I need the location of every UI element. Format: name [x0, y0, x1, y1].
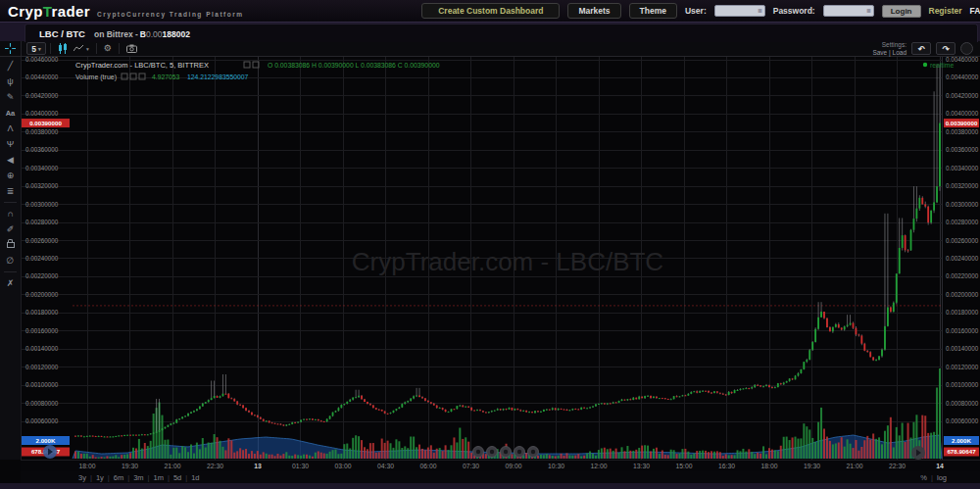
realtime-indicator: realtime [923, 62, 955, 69]
crosshair-tool[interactable] [0, 41, 22, 56]
scroll-to-realtime-button[interactable] [911, 446, 925, 460]
time-tick-label: 14 [936, 463, 944, 469]
scale-%[interactable]: % [916, 473, 931, 482]
range-5d[interactable]: 5d [170, 473, 185, 482]
volume-settings-icon[interactable] [122, 73, 127, 79]
magnet-tool[interactable]: ∩ [3, 207, 18, 220]
legend-settings-icon[interactable] [244, 62, 250, 68]
scale-selector: %|log [916, 473, 951, 482]
settings-save-load[interactable]: Save | Load [872, 49, 906, 56]
lock-all-tool[interactable] [3, 238, 18, 252]
price-chart[interactable]: CrypTrader.com - LBC/BTC0.004600000.0046… [21, 56, 980, 460]
svg-text:0.00260000: 0.00260000 [25, 237, 59, 244]
prediction-tool[interactable]: Ψ [3, 137, 18, 151]
range-1d[interactable]: 1d [187, 473, 203, 482]
indicator-settings-button[interactable]: ⚙ [101, 43, 115, 55]
measure-tool[interactable]: ✐ [3, 222, 18, 236]
svg-text:0.00340000: 0.00340000 [946, 165, 979, 171]
svg-text:0.00080000: 0.00080000 [25, 400, 59, 407]
time-tick-label: 13 [254, 463, 262, 469]
scale-log[interactable]: log [933, 473, 951, 482]
trend-line-tool[interactable]: ╱ [3, 59, 18, 73]
user-input[interactable]: ≣ [714, 5, 765, 17]
time-tick-label: 12:00 [590, 463, 607, 469]
range-1y[interactable]: 1y [92, 473, 108, 482]
range-6m[interactable]: 6m [110, 473, 127, 482]
time-tick-label: 21:00 [164, 463, 180, 469]
chart-footer: 3y|1y|6m|3m|1m|5d|1d %|log [21, 471, 980, 483]
interval-select[interactable]: 5 ▾ [26, 42, 46, 55]
chevron-down-icon: ▾ [86, 46, 89, 52]
logo-candle-t: T [43, 3, 52, 20]
password-label: Password: [773, 6, 815, 16]
markets-button[interactable]: Markets [567, 3, 620, 19]
svg-text:0.00360000: 0.00360000 [946, 146, 979, 153]
svg-text:0.00080000: 0.00080000 [946, 400, 979, 407]
password-input[interactable]: ≣ [823, 5, 874, 17]
time-tick-label: 22:30 [889, 463, 906, 469]
arrow-marker-tool[interactable]: ◀ [3, 153, 18, 167]
hide-all-tool[interactable]: ∅ [3, 254, 18, 268]
svg-text:678.90647: 678.90647 [947, 448, 976, 455]
user-label: User: [685, 6, 707, 16]
svg-text:0.00420000: 0.00420000 [25, 92, 59, 99]
svg-text:0.00140000: 0.00140000 [25, 345, 59, 352]
axis-badges: 0.003900000.003900002.000K2.000K678.9064… [22, 119, 979, 456]
chart-watermark: CrypTrader.com - LBC/BTC [352, 247, 663, 276]
svg-text:0.00240000: 0.00240000 [25, 255, 59, 262]
range-1m[interactable]: 1m [150, 473, 168, 482]
svg-text:0.00220000: 0.00220000 [25, 272, 59, 279]
login-button[interactable]: Login [882, 5, 921, 18]
svg-text:0.00180000: 0.00180000 [946, 309, 979, 316]
input-grip-icon: ≣ [866, 8, 871, 14]
create-custom-dashboard-button[interactable]: Create Custom Dashboard [421, 3, 560, 19]
tab-pair-label: LBC / BTC [39, 28, 85, 39]
chevron-down-icon: ▾ [38, 46, 41, 52]
volume-close-icon[interactable] [139, 73, 145, 79]
cryptrader-app: CrypTrader CryptoCurrency Trading Platfo… [0, 0, 980, 489]
header-actions: Create Custom Dashboard Markets Theme Us… [421, 3, 980, 19]
redo-button[interactable]: ↷ [936, 42, 956, 55]
svg-text:124.2122983550007: 124.2122983550007 [187, 73, 249, 80]
toolbar-divider [119, 43, 120, 54]
register-link[interactable]: Register [929, 6, 962, 16]
zoom-in-tool[interactable]: ⊕ [3, 169, 18, 182]
volume-eye-icon[interactable] [130, 73, 136, 79]
chart-panel: 5 ▾ ▾ ⚙ [0, 41, 980, 483]
faq-link[interactable]: FAQ [970, 6, 980, 16]
svg-text:0.00240000: 0.00240000 [946, 255, 979, 262]
left-scroll-button[interactable] [43, 445, 57, 459]
svg-text:0.00060000: 0.00060000 [25, 417, 59, 424]
chart-style-button[interactable]: ▾ [71, 43, 92, 55]
svg-text:0.00260000: 0.00260000 [946, 237, 979, 244]
remove-all-tool[interactable]: ✗ [3, 276, 18, 290]
bar-pattern-tool[interactable]: ≣ [3, 184, 18, 198]
toolbar-divider [96, 43, 97, 54]
xabcd-pattern-tool[interactable]: Λ [3, 122, 18, 135]
chart-toolbar: 5 ▾ ▾ ⚙ [0, 41, 980, 57]
undo-button[interactable]: ↶ [911, 42, 931, 55]
svg-text:0.00400000: 0.00400000 [946, 110, 979, 117]
interval-value: 5 [31, 44, 36, 54]
screenshot-round-button[interactable] [960, 42, 973, 55]
app-logo[interactable]: CrypTrader [8, 3, 90, 20]
divider-2 [4, 271, 17, 272]
svg-text:0.00100000: 0.00100000 [946, 381, 979, 388]
divider-1 [4, 202, 17, 203]
theme-button[interactable]: Theme [629, 3, 677, 19]
text-tool[interactable]: Aa [3, 106, 18, 120]
svg-text:0.00340000: 0.00340000 [25, 165, 59, 171]
time-tick-label: 18:00 [760, 463, 777, 469]
drawing-toolbar: ╱ψ✎AaΛΨ◀⊕≣∩✐∅✗ [0, 56, 22, 460]
pitchfork-tool[interactable]: ψ [3, 74, 18, 88]
brush-tool[interactable]: ✎ [3, 90, 18, 104]
range-3y[interactable]: 3y [74, 473, 90, 482]
tab-lbc-btc[interactable]: LBC / BTC on Bittrex - B 0.00 188002 [25, 28, 190, 39]
svg-text:0.00420000: 0.00420000 [946, 92, 979, 99]
range-3m[interactable]: 3m [129, 473, 147, 482]
time-tick-label: 07:30 [463, 463, 479, 469]
time-tick-label: 10:30 [548, 463, 564, 469]
candlestick-style-button[interactable] [55, 43, 71, 55]
svg-text:0.00160000: 0.00160000 [946, 327, 979, 334]
snapshot-button[interactable] [123, 43, 140, 55]
